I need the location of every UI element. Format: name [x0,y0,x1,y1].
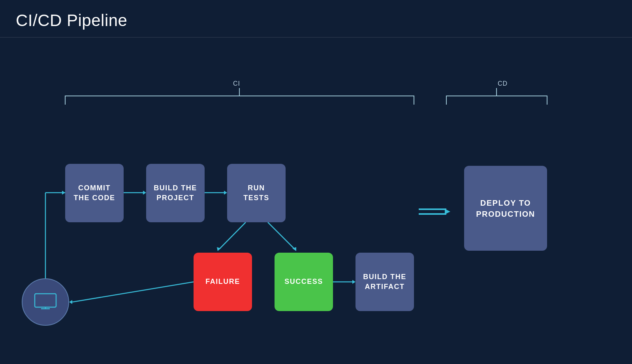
run-tests-box: RUNTESTS [227,164,286,222]
failure-label: FAILURE [205,277,240,287]
svg-line-13 [72,282,194,302]
page-header: CI/CD Pipeline [0,0,632,38]
build-artifact-box: BUILD THEARTIFACT [356,253,414,311]
build-artifact-label: BUILD THEARTIFACT [363,272,406,292]
svg-marker-12 [292,247,296,251]
svg-marker-16 [352,280,356,284]
computer-icon [22,278,69,326]
svg-line-11 [268,222,294,249]
ci-label: CI [233,80,240,87]
page-title: CI/CD Pipeline [16,11,616,30]
svg-marker-6 [143,191,146,195]
svg-marker-10 [217,247,221,251]
deploy-production-box: DEPLOY TOPRODUCTION [464,166,547,251]
success-label: SUCCESS [284,277,323,287]
svg-marker-19 [445,209,450,214]
commit-code-box: COMMITTHE CODE [65,164,124,222]
diagram-area: CI CD COMMITTHE CODE BUILD THEPROJECT RU… [0,38,632,361]
cd-label: CD [498,80,508,87]
build-project-label: BUILD THEPROJECT [154,183,197,203]
deploy-label: DEPLOY TOPRODUCTION [476,197,535,220]
svg-line-9 [220,222,246,249]
run-tests-label: RUNTESTS [243,183,269,203]
svg-marker-14 [69,300,72,304]
svg-marker-8 [224,191,227,195]
failure-box: FAILURE [194,253,252,311]
success-box: SUCCESS [275,253,333,311]
build-project-box: BUILD THEPROJECT [146,164,205,222]
svg-rect-20 [35,294,56,307]
commit-code-label: COMMITTHE CODE [73,183,115,203]
svg-marker-4 [62,191,65,195]
